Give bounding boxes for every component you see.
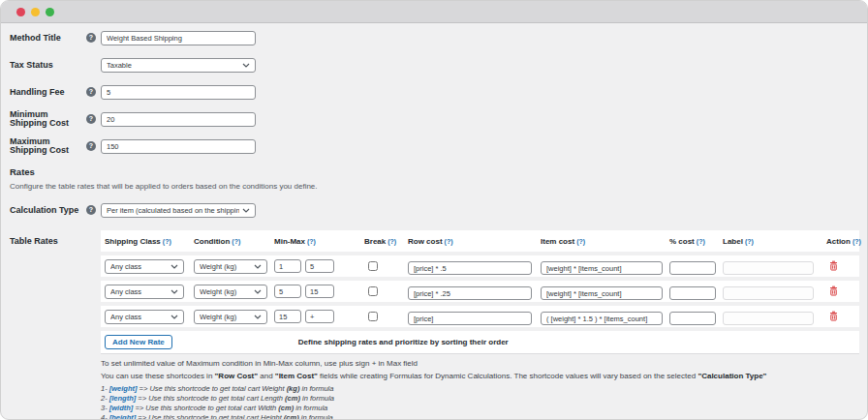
handling-fee-input[interactable] — [101, 85, 256, 100]
window-titlebar — [1, 1, 867, 23]
min-shipping-cost-input[interactable] — [101, 112, 256, 127]
close-window-button[interactable] — [16, 8, 25, 16]
row-cost-input[interactable] — [408, 312, 532, 325]
condition-value: Weight (kg) — [200, 287, 251, 296]
chevron-down-icon — [242, 208, 250, 213]
condition-select[interactable]: Weight (kg) — [194, 259, 267, 274]
help-link[interactable]: (?) — [576, 238, 585, 245]
delete-rate-button[interactable] — [829, 285, 838, 296]
shipping-class-select[interactable]: Any class — [105, 259, 184, 274]
max-input[interactable] — [305, 285, 334, 298]
min-input[interactable] — [274, 310, 301, 323]
calculation-type-select[interactable]: Per item (calculated based on the shippi… — [101, 203, 256, 218]
help-tip-icon[interactable]: ? — [86, 141, 96, 151]
col-header-condition: Condition(?) — [194, 237, 274, 246]
help-link[interactable]: (?) — [745, 238, 754, 245]
rates-table: Shipping Class(?) Condition(?) Min-Max(?… — [101, 230, 859, 354]
help-link[interactable]: (?) — [697, 238, 705, 245]
shipping-class-select[interactable]: Any class — [105, 310, 184, 324]
help-tip-icon[interactable]: ? — [86, 114, 96, 124]
shortcode-name: [length] — [109, 394, 137, 403]
tax-status-label: Tax Status — [10, 61, 86, 70]
trash-icon — [829, 260, 838, 271]
col-header-item-cost: Item cost(?) — [541, 237, 669, 246]
percent-cost-input[interactable] — [669, 312, 716, 325]
tax-status-select[interactable]: Taxable — [101, 58, 256, 73]
item-number: 2- — [101, 394, 109, 403]
note-text: fields while creating Formulas for Dynam… — [318, 372, 698, 380]
break-checkbox[interactable] — [368, 312, 378, 321]
minimize-window-button[interactable] — [31, 8, 40, 16]
handling-fee-label: Handling Fee — [10, 88, 86, 97]
help-link[interactable]: (?) — [852, 238, 861, 245]
break-checkbox[interactable] — [368, 286, 378, 296]
note-text: and — [258, 372, 275, 380]
delete-rate-button[interactable] — [829, 311, 838, 321]
footer-notes: To set unlimited value of Maximum condit… — [101, 359, 858, 420]
shortcode-name: [weight] — [109, 384, 138, 393]
item-tail: in formula — [299, 413, 333, 420]
item-text: => Use this shortcode to get total cart … — [138, 384, 287, 393]
form-row-method-title: Method Title ? — [10, 27, 858, 48]
help-link[interactable]: (?) — [307, 238, 316, 245]
item-cost-input[interactable] — [541, 286, 663, 300]
col-header-text: Item cost — [541, 237, 574, 246]
max-input[interactable] — [305, 310, 334, 323]
max-input[interactable] — [305, 259, 334, 273]
help-tip-icon[interactable]: ? — [86, 87, 96, 97]
calculation-type-label: Calculation Type — [10, 206, 86, 215]
trash-icon — [829, 311, 838, 321]
help-tip-icon[interactable]: ? — [86, 33, 96, 43]
col-header-text: % cost — [669, 237, 695, 246]
method-title-input[interactable] — [101, 31, 256, 45]
item-cost-input[interactable] — [541, 312, 663, 325]
item-number: 3- — [101, 404, 109, 412]
min-input[interactable] — [274, 259, 301, 273]
shipping-class-value: Any class — [110, 287, 168, 296]
item-tail: in formula — [299, 384, 333, 393]
col-header-label: Label(?) — [723, 237, 826, 246]
delete-rate-button[interactable] — [829, 260, 838, 271]
percent-cost-input[interactable] — [669, 286, 716, 300]
shortcode-name: [width] — [109, 404, 134, 412]
item-text: => Use this shortcode to get total cart … — [136, 394, 285, 403]
chevron-down-icon — [254, 315, 262, 319]
add-new-rate-button[interactable]: Add New Rate — [105, 335, 172, 349]
shortcode-item: 1- [weight] => Use this shortcode to get… — [101, 385, 858, 393]
note-bold: "Item Cost" — [275, 372, 318, 380]
condition-select[interactable]: Weight (kg) — [194, 285, 267, 299]
percent-cost-input[interactable] — [669, 261, 716, 275]
row-cost-input[interactable] — [408, 261, 532, 275]
item-cost-input[interactable] — [541, 261, 663, 275]
shortcode-name: [height] — [109, 413, 137, 420]
help-link[interactable]: (?) — [445, 238, 453, 245]
condition-select[interactable]: Weight (kg) — [194, 310, 267, 324]
table-rates-section: Table Rates Shipping Class(?) Condition(… — [10, 230, 858, 354]
help-link[interactable]: (?) — [163, 238, 171, 245]
maximize-window-button[interactable] — [46, 8, 54, 16]
item-text: => Use this shortcode to get total cart … — [136, 413, 284, 420]
form-row-tax-status: Tax Status ? Taxable — [10, 54, 858, 75]
col-header-percent-cost: % cost(?) — [669, 237, 723, 246]
settings-panel: Method Title ? Tax Status ? Taxable Hand… — [1, 23, 867, 420]
shortcode-item: 2- [length] => Use this shortcode to get… — [101, 395, 858, 403]
max-shipping-cost-input[interactable] — [101, 139, 256, 154]
shipping-class-select[interactable]: Any class — [105, 285, 184, 299]
col-header-min-max: Min-Max(?) — [274, 237, 364, 246]
help-link[interactable]: (?) — [388, 238, 396, 245]
help-link[interactable]: (?) — [232, 238, 240, 245]
min-input[interactable] — [274, 285, 301, 298]
break-checkbox[interactable] — [368, 261, 378, 271]
min-shipping-cost-label: Minimum Shipping Cost — [10, 110, 86, 128]
calculation-type-value: Per item (calculated based on the shippi… — [107, 206, 239, 215]
shortcodes-intro-note: You can use these shortcodes in "Row Cos… — [101, 372, 858, 380]
note-bold: "Row Cost" — [215, 372, 258, 380]
row-cost-input[interactable] — [408, 286, 532, 300]
help-tip-icon[interactable]: ? — [86, 205, 96, 215]
item-unit: (cm) — [285, 394, 300, 403]
shortcodes-list: 1- [weight] => Use this shortcode to get… — [101, 385, 858, 420]
item-unit: (cm) — [278, 404, 294, 412]
rate-row-1: Any class Weight (kg) — [101, 255, 859, 277]
item-text: => Use this shortcode to get total cart … — [133, 404, 278, 412]
form-row-max-shipping-cost: Maximum Shipping Cost ? — [10, 135, 858, 157]
